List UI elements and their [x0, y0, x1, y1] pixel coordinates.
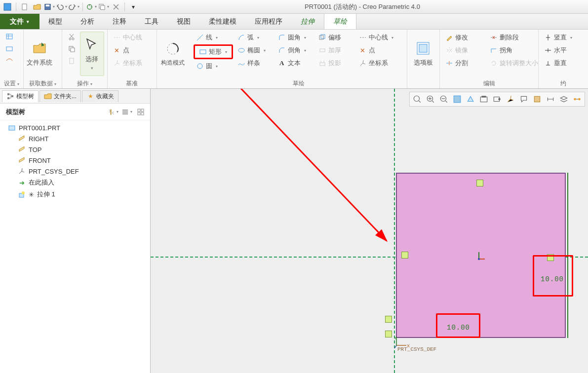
svg-rect-47 — [534, 96, 540, 102]
tree-show-icon[interactable] — [135, 107, 146, 117]
delete-segment-button[interactable]: 删除段 — [487, 32, 541, 43]
text-button[interactable]: A文本 — [275, 57, 314, 69]
mirror-button: 镜像 — [443, 44, 485, 56]
spin-center-icon[interactable] — [531, 93, 544, 105]
tab-sketch[interactable]: 草绘 — [324, 14, 356, 29]
redo-icon[interactable] — [69, 1, 79, 12]
tree-settings-icon[interactable] — [121, 107, 132, 117]
horizontal-constraint-button[interactable]: 水平 — [542, 44, 575, 56]
tree-csys[interactable]: PRT_CSYS_DEF — [3, 166, 147, 177]
graphics-canvas[interactable]: 10.00 10.00 XY PRT_CSYS_DEF — [151, 89, 588, 373]
setup-ref-icon[interactable] — [3, 43, 16, 54]
copy-icon[interactable] — [65, 43, 78, 54]
svg-point-38 — [22, 191, 25, 194]
shade-icon[interactable] — [464, 93, 477, 105]
annotation-display-icon[interactable] — [517, 93, 530, 105]
saved-views-icon[interactable] — [477, 93, 490, 105]
windows-icon[interactable] — [98, 1, 109, 12]
csys-label: PRT_CSYS_DEF — [397, 346, 436, 352]
rectangle-button[interactable]: 矩形 — [194, 44, 233, 59]
browser-tab-favorites[interactable]: ★收藏夹 — [82, 90, 118, 102]
ribbon: 设置 文件系统 获取数据 选择 ▾ 操作 — [0, 30, 588, 89]
group-label-getdata[interactable]: 获取数据 — [24, 78, 62, 88]
tree-insert-here[interactable]: ➔在此插入 — [3, 177, 147, 188]
layers-icon[interactable] — [557, 93, 570, 105]
circle-button[interactable]: 圆 — [194, 60, 233, 72]
chamfer-button[interactable]: 倒角 — [275, 44, 314, 56]
tree-plane-front[interactable]: FRONT — [3, 155, 147, 166]
tree-tools-icon[interactable] — [108, 107, 118, 117]
split-button[interactable]: 分割 — [443, 57, 485, 69]
setup-grid-icon[interactable] — [3, 32, 16, 42]
vertical-constraint-button[interactable]: 竖直 — [542, 32, 575, 43]
tab-analysis[interactable]: 分析 — [72, 14, 104, 29]
refit-icon[interactable] — [411, 93, 424, 105]
arc-button[interactable]: 弧 — [235, 32, 274, 43]
perpendicular-constraint-button[interactable]: 垂直 — [542, 57, 575, 69]
constraint-vertical-left[interactable] — [401, 252, 408, 259]
palette-button[interactable]: 选项板 — [410, 32, 436, 76]
svg-point-46 — [498, 98, 501, 101]
constraint-coincident-2[interactable] — [385, 316, 392, 323]
constraint-coincident[interactable] — [385, 331, 392, 337]
modify-button[interactable]: 修改 — [443, 32, 485, 43]
svg-rect-21 — [320, 49, 325, 52]
tree-root[interactable]: PRT0001.PRT — [3, 122, 147, 133]
tab-app[interactable]: 应用程序 — [246, 14, 292, 29]
svg-rect-16 — [200, 50, 206, 54]
spline-button[interactable]: 样条 — [235, 57, 274, 69]
zoom-out-icon[interactable] — [437, 93, 450, 105]
regen-icon[interactable] — [86, 1, 97, 12]
csys2-button[interactable]: 坐标系 — [356, 57, 399, 69]
point2-button[interactable]: ✕点 — [356, 44, 399, 56]
perspective-icon[interactable] — [491, 93, 504, 105]
tab-model[interactable]: 模型 — [39, 14, 72, 29]
construct-mode-button[interactable]: 构造模式 — [160, 32, 186, 76]
svg-point-15 — [166, 41, 180, 55]
ellipse-button[interactable]: 椭圆 — [235, 44, 274, 56]
open-icon[interactable] — [32, 1, 42, 12]
tab-annotation[interactable]: 注释 — [104, 14, 136, 29]
zoom-in-icon[interactable] — [424, 93, 437, 105]
group-label-edit: 编辑 — [440, 78, 538, 88]
tree-extrude-1[interactable]: ✳拉伸 1 — [3, 188, 147, 200]
tab-tools[interactable]: 工具 — [136, 14, 168, 29]
browser-tab-folders[interactable]: 文件夹... — [39, 90, 81, 102]
undo-icon[interactable] — [56, 1, 67, 12]
browser-tab-model-tree[interactable]: 模型树 — [2, 90, 39, 102]
tab-file[interactable]: 文件 — [0, 14, 39, 29]
setup-section-icon[interactable] — [3, 55, 16, 66]
svg-rect-27 — [11, 95, 13, 97]
datum-display-icon[interactable] — [504, 93, 517, 105]
point-button[interactable]: ✕点 — [111, 44, 145, 56]
construct-mode-label: 构造模式 — [161, 59, 185, 67]
corner-button[interactable]: 拐角 — [487, 44, 541, 56]
tree-plane-right[interactable]: RIGHT — [3, 133, 147, 144]
cut-icon[interactable] — [65, 32, 78, 42]
save-icon[interactable] — [44, 1, 55, 12]
new-icon[interactable] — [19, 1, 30, 12]
fillet-button[interactable]: 圆角 — [275, 32, 314, 43]
group-label-settings[interactable]: 设置 — [0, 78, 23, 88]
dimension-display-icon[interactable] — [544, 93, 557, 105]
title-bar: ▾ PRT0001 (活动的) - Creo Parametric 4.0 — [0, 0, 588, 14]
centerline2-button[interactable]: 中心线 — [356, 32, 399, 43]
tab-view[interactable]: 视图 — [168, 14, 200, 29]
tab-extrude[interactable]: 拉伸 — [292, 14, 324, 29]
constraint-horizontal-top[interactable] — [476, 180, 483, 186]
app-menu-icon[interactable] — [2, 1, 13, 12]
qat-dropdown-icon[interactable]: ▾ — [128, 1, 139, 12]
svg-rect-33 — [141, 109, 144, 112]
tab-flex[interactable]: 柔性建模 — [200, 14, 246, 29]
repaint-icon[interactable] — [451, 93, 464, 105]
group-label-operate[interactable]: 操作 — [62, 78, 107, 88]
close-window-icon[interactable] — [111, 1, 121, 12]
svg-point-39 — [414, 96, 419, 101]
line-button[interactable]: 线 — [194, 32, 233, 43]
offset-button[interactable]: 偏移 — [316, 32, 354, 43]
file-system-button[interactable]: 文件系统 — [27, 32, 52, 76]
select-button[interactable]: 选择 ▾ — [80, 32, 104, 76]
sketch-view-icon[interactable] — [571, 93, 584, 105]
tree-plane-top[interactable]: TOP — [3, 144, 147, 155]
svg-rect-22 — [320, 63, 325, 66]
